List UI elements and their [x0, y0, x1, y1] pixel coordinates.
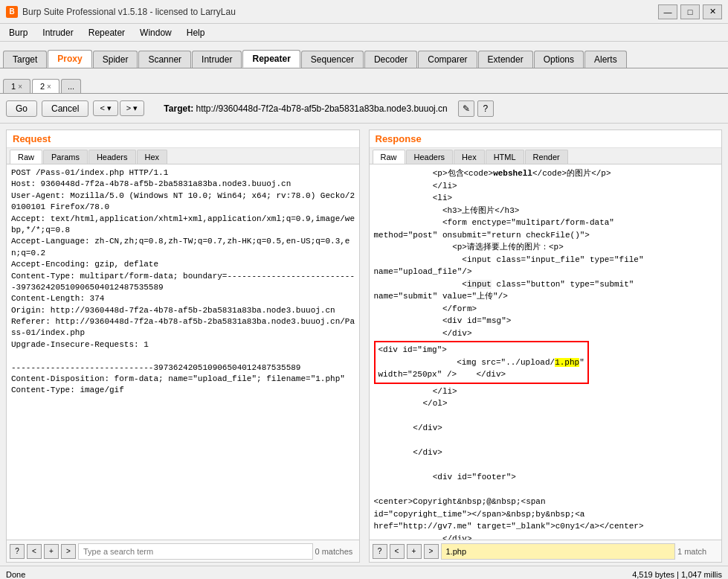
toolbar-icon-group: ✎ ? — [458, 100, 494, 117]
title-bar-controls[interactable]: — □ ✕ — [658, 4, 722, 19]
response-search-next[interactable]: > — [424, 544, 439, 559]
title-bar-left: B Burp Suite Professional v1.5.18 - lice… — [6, 6, 236, 18]
response-panel: Response Raw Headers Hex HTML Render <p>… — [369, 129, 723, 563]
go-button[interactable]: Go — [6, 100, 37, 117]
help-target-button[interactable]: ? — [477, 100, 494, 117]
request-tab-params[interactable]: Params — [43, 150, 88, 164]
sub-tab-1[interactable]: 1 × — [3, 79, 30, 93]
response-tab-render[interactable]: Render — [525, 150, 568, 164]
request-tab-hex[interactable]: Hex — [137, 150, 168, 164]
title-bar-text: Burp Suite Professional v1.5.18 - licens… — [22, 7, 236, 17]
edit-target-button[interactable]: ✎ — [458, 100, 474, 117]
status-info: 4,519 bytes | 1,047 millis — [632, 570, 722, 579]
request-search-next[interactable]: > — [61, 544, 76, 559]
response-tab-hex[interactable]: Hex — [454, 150, 485, 164]
top-tab-bar: Target Proxy Spider Scanner Intruder Rep… — [0, 42, 728, 68]
tab-scanner[interactable]: Scanner — [138, 51, 191, 68]
minimize-button[interactable]: — — [658, 4, 677, 19]
tab-intruder[interactable]: Intruder — [192, 51, 242, 68]
response-scroll-area: <p>包含<code>webshell</code>的图片</p> </li> … — [370, 164, 722, 540]
response-content-area: <p>包含<code>webshell</code>的图片</p> </li> … — [370, 164, 722, 562]
nav-back-button[interactable]: < ▾ — [93, 100, 117, 116]
menu-intruder[interactable]: Intruder — [36, 26, 79, 39]
sub-tab-bar: 1 × 2 × ... — [0, 68, 728, 94]
tab-options[interactable]: Options — [534, 51, 584, 68]
tab-comparer[interactable]: Comparer — [418, 51, 477, 68]
request-content-area: POST /Pass-01/index.php HTTP/1.1 Host: 9… — [7, 164, 359, 562]
request-tab-headers[interactable]: Headers — [88, 150, 136, 164]
title-bar: B Burp Suite Professional v1.5.18 - lice… — [0, 0, 728, 24]
tab-extender[interactable]: Extender — [478, 51, 533, 68]
request-search-prev[interactable]: < — [27, 544, 42, 559]
maximize-button[interactable]: □ — [680, 4, 700, 19]
response-header: Response — [370, 130, 722, 148]
tab-sequencer[interactable]: Sequencer — [301, 51, 364, 68]
request-search-input[interactable] — [78, 543, 313, 560]
menu-help[interactable]: Help — [181, 26, 211, 39]
nav-buttons: < ▾ > ▾ — [93, 100, 144, 116]
sub-tab-2-close[interactable]: × — [47, 83, 51, 91]
request-panel: Request Raw Params Headers Hex POST /Pas… — [6, 129, 360, 563]
sub-tab-more[interactable]: ... — [61, 79, 81, 93]
menu-burp[interactable]: Burp — [3, 26, 33, 39]
response-search-input[interactable] — [441, 543, 676, 560]
response-tab-headers[interactable]: Headers — [406, 150, 454, 164]
response-search-next-plus[interactable]: + — [407, 544, 422, 559]
request-match-count: 0 matches — [315, 547, 356, 556]
tab-proxy[interactable]: Proxy — [48, 50, 91, 68]
toolbar: Go Cancel < ▾ > ▾ Target: http://9360448… — [0, 94, 728, 124]
sub-tab-1-close[interactable]: × — [18, 83, 22, 91]
request-tabs: Raw Params Headers Hex — [7, 148, 359, 164]
tab-target[interactable]: Target — [3, 51, 47, 68]
sub-tab-1-label: 1 — [11, 82, 16, 91]
response-tab-raw[interactable]: Raw — [373, 150, 405, 164]
request-tab-raw[interactable]: Raw — [10, 150, 42, 164]
response-search-prev[interactable]: < — [390, 544, 405, 559]
response-search-help[interactable]: ? — [373, 544, 387, 559]
request-search-next-plus[interactable]: + — [44, 544, 59, 559]
target-url: http://9360448d-7f2a-4b78-af5b-2ba5831a8… — [196, 103, 447, 114]
status-bar: Done 4,519 bytes | 1,047 millis — [0, 566, 728, 579]
response-text[interactable]: <p>包含<code>webshell</code>的图片</p> </li> … — [370, 164, 722, 540]
main-content: Request Raw Params Headers Hex POST /Pas… — [3, 127, 725, 566]
sub-tab-2[interactable]: 2 × — [32, 79, 59, 93]
request-header: Request — [7, 130, 359, 148]
response-search-bar: ? < + > 1 match — [370, 540, 722, 562]
response-match-count: 1 match — [677, 547, 718, 556]
app-icon: B — [6, 6, 18, 18]
response-tab-html[interactable]: HTML — [486, 150, 524, 164]
request-search-help[interactable]: ? — [10, 544, 25, 559]
response-tabs: Raw Headers Hex HTML Render — [370, 148, 722, 164]
tab-alerts[interactable]: Alerts — [584, 51, 627, 68]
tab-spider[interactable]: Spider — [93, 51, 138, 68]
close-button[interactable]: ✕ — [703, 4, 722, 19]
status-text: Done — [6, 570, 25, 579]
menu-window[interactable]: Window — [134, 26, 178, 39]
cancel-button[interactable]: Cancel — [42, 100, 88, 117]
nav-forward-button[interactable]: > ▾ — [120, 100, 144, 116]
request-text[interactable]: POST /Pass-01/index.php HTTP/1.1 Host: 9… — [7, 164, 359, 540]
menu-bar: Burp Intruder Repeater Window Help — [0, 24, 728, 42]
sub-tab-2-label: 2 — [40, 82, 45, 91]
request-scroll-area: POST /Pass-01/index.php HTTP/1.1 Host: 9… — [7, 164, 359, 540]
request-search-bar: ? < + > 0 matches — [7, 540, 359, 562]
tab-repeater[interactable]: Repeater — [242, 50, 300, 68]
menu-repeater[interactable]: Repeater — [83, 26, 131, 39]
target-label: Target: http://9360448d-7f2a-4b78-af5b-2… — [164, 103, 447, 114]
tab-decoder[interactable]: Decoder — [364, 51, 417, 68]
